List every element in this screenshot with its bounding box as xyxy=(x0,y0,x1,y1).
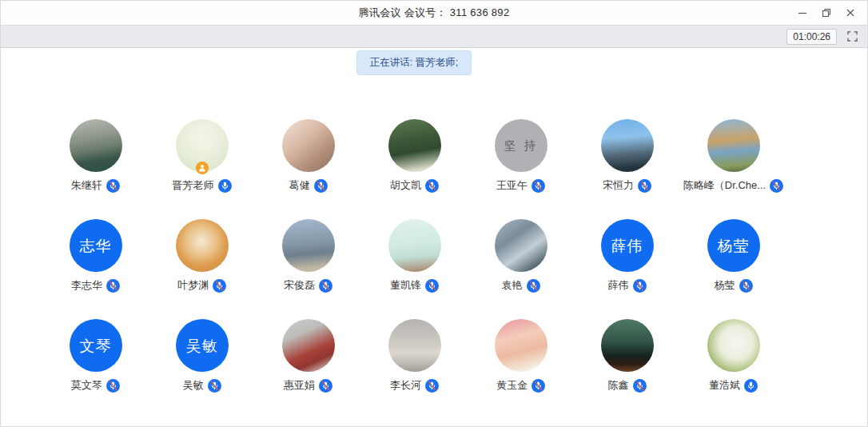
main-area: 正在讲话: 晋芳老师; 朱继轩 xyxy=(1,48,867,426)
participant-tile[interactable]: 朱继轩 xyxy=(42,119,149,193)
participant-tile[interactable]: 陈略峰（Dr.Che... xyxy=(680,119,786,193)
participant-tile[interactable]: 葛健 xyxy=(255,119,361,193)
minimize-button[interactable] xyxy=(790,1,814,25)
participant-name: 宋恒力 xyxy=(603,178,634,193)
participant-name: 莫文琴 xyxy=(71,378,102,393)
participant-tile[interactable]: 袁艳 xyxy=(468,219,574,293)
avatar-initials: 志华 xyxy=(80,238,112,253)
avatar xyxy=(282,119,335,172)
participant-name-row: 莫文琴 xyxy=(71,378,120,393)
mic-muted-icon xyxy=(106,179,120,193)
avatar-overlay-text: 坚持 xyxy=(495,119,547,172)
close-button[interactable] xyxy=(838,1,862,25)
meeting-window: 腾讯会议 会议号： 311 636 892 01:00:26 xyxy=(0,0,868,427)
participant-name-row: 宋俊磊 xyxy=(284,278,332,293)
window-controls xyxy=(790,1,862,25)
participant-name: 董凯锋 xyxy=(390,278,421,293)
participant-tile[interactable]: 坚持 王亚午 xyxy=(468,119,574,193)
participant-name-row: 董浩斌 xyxy=(709,378,758,393)
mic-muted-icon xyxy=(425,179,439,193)
mic-muted-icon xyxy=(319,379,332,393)
participant-name: 董浩斌 xyxy=(709,378,740,393)
mic-muted-icon xyxy=(425,279,439,293)
mic-muted-icon xyxy=(638,179,651,193)
participant-name: 黄玉金 xyxy=(496,378,528,393)
mic-muted-icon xyxy=(527,279,540,293)
participant-name-row: 葛健 xyxy=(289,178,328,193)
participant-tile[interactable]: 胡文凯 xyxy=(361,119,468,193)
participant-tile[interactable]: 薛伟 薛伟 xyxy=(574,219,680,293)
mic-muted-icon xyxy=(532,179,545,193)
participant-name-row: 王亚午 xyxy=(496,178,545,193)
participant-name: 杨莹 xyxy=(715,278,735,293)
mic-muted-icon xyxy=(106,279,120,293)
participant-tile[interactable]: 志华 李志华 xyxy=(42,219,149,293)
avatar-initials: 吴敏 xyxy=(186,338,218,353)
avatar xyxy=(707,319,760,372)
mic-muted-icon xyxy=(319,279,332,293)
participant-name: 朱继轩 xyxy=(71,178,102,193)
avatar: 志华 xyxy=(70,219,122,272)
participant-name-row: 黄玉金 xyxy=(496,378,545,393)
avatar: 坚持 xyxy=(495,119,547,172)
avatar-initials: 薛伟 xyxy=(611,238,643,253)
participant-tile[interactable]: 宋恒力 xyxy=(574,119,680,193)
avatar xyxy=(495,219,547,272)
participant-name-row: 宋恒力 xyxy=(603,178,651,193)
avatar: 杨莹 xyxy=(707,219,760,272)
participant-tile[interactable]: 杨莹 杨莹 xyxy=(680,219,786,293)
window-title: 腾讯会议 会议号： 311 636 892 xyxy=(359,6,510,20)
avatar xyxy=(388,319,441,372)
mic-muted-icon xyxy=(314,179,328,193)
speaking-banner: 正在讲话: 晋芳老师; xyxy=(356,50,472,75)
mic-muted-icon xyxy=(739,279,753,293)
participant-tile[interactable]: 晋芳老师 xyxy=(149,119,255,193)
participant-name-row: 朱继轩 xyxy=(71,178,120,193)
participant-tile[interactable]: 宋俊磊 xyxy=(255,219,361,293)
participant-name: 葛健 xyxy=(289,178,310,193)
avatar xyxy=(176,219,229,272)
participant-name-row: 李志华 xyxy=(71,278,120,293)
participant-name: 晋芳老师 xyxy=(173,178,214,193)
participant-tile[interactable]: 叶梦渊 xyxy=(149,219,255,293)
participant-tile[interactable]: 黄玉金 xyxy=(468,319,574,393)
participant-name-row: 叶梦渊 xyxy=(177,278,226,293)
participant-tile[interactable]: 惠亚娟 xyxy=(255,319,361,393)
participant-name: 李志华 xyxy=(71,278,102,293)
mic-on-icon xyxy=(744,379,758,393)
participant-tile[interactable]: 吴敏 吴敏 xyxy=(149,319,255,393)
avatar xyxy=(601,119,654,172)
participant-name: 陈略峰（Dr.Che... xyxy=(683,178,766,193)
participant-tile[interactable]: 陈鑫 xyxy=(574,319,680,393)
avatar xyxy=(176,119,229,172)
participant-tile[interactable]: 董浩斌 xyxy=(680,319,786,393)
participant-tile[interactable]: 董凯锋 xyxy=(361,219,468,293)
participant-name: 惠亚娟 xyxy=(284,378,315,393)
title-bar: 腾讯会议 会议号： 311 636 892 xyxy=(1,1,867,25)
participant-tile[interactable]: 李长河 xyxy=(361,319,468,393)
mic-muted-icon xyxy=(633,379,647,393)
avatar: 薛伟 xyxy=(601,219,654,272)
meeting-timer: 01:00:26 xyxy=(786,29,837,45)
fullscreen-icon[interactable] xyxy=(845,30,859,44)
participant-name-row: 吴敏 xyxy=(183,378,221,393)
avatar xyxy=(70,119,122,172)
participant-tile[interactable]: 文琴 莫文琴 xyxy=(42,319,149,393)
mic-muted-icon xyxy=(633,279,647,293)
participant-name: 吴敏 xyxy=(183,378,204,393)
avatar-initials: 文琴 xyxy=(80,338,112,353)
participant-name-row: 薛伟 xyxy=(608,278,647,293)
mic-muted-icon xyxy=(532,379,545,393)
host-badge-icon xyxy=(196,162,209,174)
participant-grid: 朱继轩 xyxy=(42,119,786,393)
mic-on-icon xyxy=(218,179,232,193)
avatar xyxy=(282,219,335,272)
participant-name: 李长河 xyxy=(390,378,421,393)
mic-muted-icon xyxy=(770,179,783,193)
mic-muted-icon xyxy=(208,379,221,393)
restore-button[interactable] xyxy=(814,1,838,25)
participant-name: 陈鑫 xyxy=(608,378,629,393)
participant-name: 薛伟 xyxy=(608,278,629,293)
mic-muted-icon xyxy=(213,279,226,293)
mic-muted-icon xyxy=(106,379,120,393)
